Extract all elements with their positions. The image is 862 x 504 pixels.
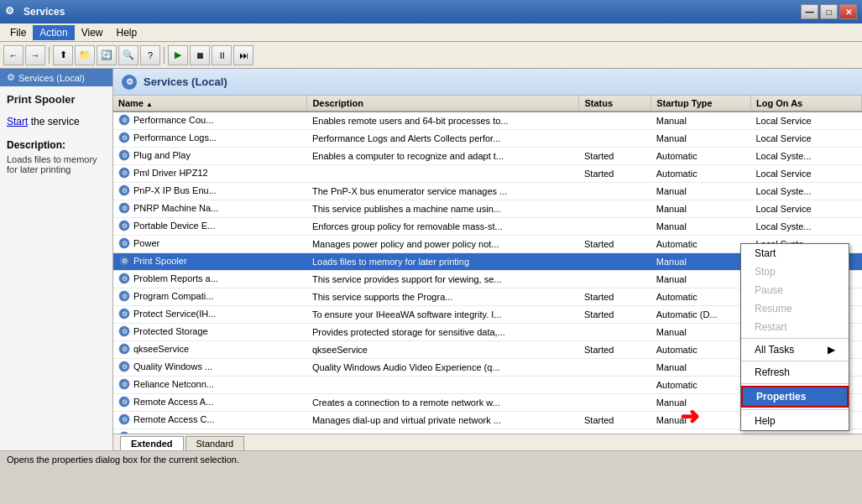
cell-status: Started bbox=[579, 306, 651, 324]
menu-bar: File Action View Help bbox=[0, 23, 862, 42]
submenu-arrow: ▶ bbox=[828, 344, 835, 356]
cell-status bbox=[579, 253, 651, 271]
cell-name: ⚙ Protected Storage bbox=[113, 324, 307, 341]
ctx-label: All Tasks bbox=[755, 344, 794, 356]
cell-name: ⚙ Reliance Netconn... bbox=[113, 377, 307, 394]
cell-name: ⚙ Protect Service(IH... bbox=[113, 306, 307, 324]
status-text: Opens the properties dialog box for the … bbox=[7, 455, 239, 465]
cell-startup: Automatic bbox=[651, 165, 751, 183]
refresh-button[interactable]: 🔄 bbox=[97, 45, 117, 65]
help-button[interactable]: ? bbox=[140, 45, 160, 65]
ctx-label: Stop bbox=[755, 266, 776, 278]
service-icon: ⚙ bbox=[118, 308, 130, 320]
table-row[interactable]: ⚙ Performance Logs... Performance Logs a… bbox=[113, 130, 862, 148]
table-row[interactable]: ⚙ Plug and Play Enables a computer to re… bbox=[113, 148, 862, 165]
table-row[interactable]: ⚙ PNRP Machine Na... This service publis… bbox=[113, 200, 862, 218]
context-menu: StartStopPauseResumeRestartAll Tasks▶Ref… bbox=[740, 243, 849, 431]
maximize-button[interactable]: □ bbox=[820, 4, 838, 19]
table-row[interactable]: ⚙ Performance Cou... Enables remote user… bbox=[113, 112, 862, 130]
svg-text:⚙: ⚙ bbox=[122, 117, 128, 124]
up-button[interactable]: ⬆ bbox=[53, 45, 73, 65]
ctx-item-all-tasks[interactable]: All Tasks▶ bbox=[741, 340, 849, 359]
ctx-separator bbox=[741, 338, 849, 339]
col-startup[interactable]: Startup Type bbox=[651, 96, 751, 112]
cell-status bbox=[579, 377, 651, 394]
cell-logon: Local Syste... bbox=[751, 183, 862, 200]
cell-desc: Loads files to memory for later printing bbox=[307, 253, 579, 271]
col-name[interactable]: Name ▲ bbox=[113, 96, 307, 112]
right-panel-header: ⚙ Services (Local) bbox=[113, 69, 862, 96]
right-panel-title: Services (Local) bbox=[144, 75, 227, 88]
menu-view[interactable]: View bbox=[75, 25, 110, 40]
svg-text:⚙: ⚙ bbox=[122, 257, 128, 265]
cell-name: ⚙ Remote Access A... bbox=[113, 394, 307, 412]
ctx-label: Pause bbox=[755, 284, 783, 296]
ctx-separator bbox=[741, 409, 849, 410]
left-panel-icon: ⚙ bbox=[7, 72, 15, 83]
cell-name: ⚙ Performance Cou... bbox=[113, 112, 307, 130]
service-icon: ⚙ bbox=[118, 132, 130, 143]
svg-text:⚙: ⚙ bbox=[122, 310, 128, 318]
back-button[interactable]: ← bbox=[3, 45, 24, 65]
left-panel: ⚙ Services (Local) Print Spooler Start t… bbox=[0, 69, 113, 450]
cell-logon: Local Syste... bbox=[751, 148, 862, 165]
cell-desc: This service supports the Progra... bbox=[307, 288, 579, 306]
cell-desc: Provides protected storage for sensitive… bbox=[307, 324, 579, 341]
cell-status bbox=[579, 271, 651, 288]
pause-button[interactable]: ⏸ bbox=[212, 45, 232, 65]
ctx-label: Properties bbox=[756, 391, 806, 403]
cell-logon: Local Service bbox=[751, 130, 862, 148]
cell-name: ⚙ Pml Driver HPZ12 bbox=[113, 165, 307, 183]
find-button[interactable]: 🔍 bbox=[118, 45, 138, 65]
cell-logon: Local Service bbox=[751, 165, 862, 183]
cell-desc: This service provides support for viewin… bbox=[307, 271, 579, 288]
service-icon: ⚙ bbox=[118, 378, 130, 390]
restart-button[interactable]: ⏭ bbox=[233, 45, 253, 65]
cell-startup: Manual bbox=[651, 394, 751, 412]
cell-startup: Manual bbox=[651, 359, 751, 377]
forward-button[interactable]: → bbox=[25, 45, 45, 65]
table-row[interactable]: ⚙ PnP-X IP Bus Enu... The PnP-X bus enum… bbox=[113, 183, 862, 200]
col-desc[interactable]: Description bbox=[307, 96, 579, 112]
window-controls: — □ ✕ bbox=[801, 4, 857, 19]
col-status[interactable]: Status bbox=[579, 96, 651, 112]
start-service-link[interactable]: Start bbox=[7, 116, 28, 127]
ctx-item-restart: Restart bbox=[741, 318, 849, 336]
tab-standard[interactable]: Standard bbox=[185, 436, 245, 450]
cell-startup: Manual bbox=[651, 271, 751, 288]
svg-text:⚙: ⚙ bbox=[122, 134, 128, 142]
cell-status bbox=[579, 112, 651, 130]
service-icon: ⚙ bbox=[118, 202, 130, 214]
cell-name: ⚙ qkseeService bbox=[113, 341, 307, 359]
cell-status bbox=[579, 183, 651, 200]
menu-action[interactable]: Action bbox=[33, 25, 74, 40]
ctx-item-properties[interactable]: Properties bbox=[741, 386, 849, 408]
minimize-button[interactable]: — bbox=[801, 4, 818, 19]
service-icon: ⚙ bbox=[118, 114, 130, 126]
tab-extended[interactable]: Extended bbox=[120, 436, 184, 450]
cell-desc: Performance Logs and Alerts Collects per… bbox=[307, 130, 579, 148]
menu-help[interactable]: Help bbox=[110, 25, 144, 40]
cell-status bbox=[579, 200, 651, 218]
ctx-item-help[interactable]: Help bbox=[741, 412, 849, 430]
table-row[interactable]: ⚙ Portable Device E... Enforces group po… bbox=[113, 218, 862, 236]
play-button[interactable]: ▶ bbox=[168, 45, 188, 65]
ctx-item-refresh[interactable]: Refresh bbox=[741, 363, 849, 382]
menu-file[interactable]: File bbox=[3, 25, 33, 40]
cell-name: ⚙ Problem Reports a... bbox=[113, 271, 307, 288]
svg-text:⚙: ⚙ bbox=[122, 187, 128, 195]
table-row[interactable]: ⚙ Pml Driver HPZ12 Started Automatic Loc… bbox=[113, 165, 862, 183]
ctx-separator bbox=[741, 383, 849, 384]
folder-button[interactable]: 📁 bbox=[75, 45, 95, 65]
title-bar: ⚙ Services — □ ✕ bbox=[0, 0, 862, 23]
cell-status bbox=[579, 324, 651, 341]
app-icon: ⚙ bbox=[5, 5, 18, 18]
close-button[interactable]: ✕ bbox=[839, 4, 857, 19]
ctx-label: Restart bbox=[755, 321, 787, 333]
stop-button[interactable]: ⏹ bbox=[190, 45, 210, 65]
cell-startup: Automatic (D... bbox=[651, 306, 751, 324]
ctx-item-start[interactable]: Start bbox=[741, 244, 849, 262]
sep2 bbox=[164, 47, 165, 64]
col-logon[interactable]: Log On As bbox=[751, 96, 862, 112]
cell-startup: Automatic bbox=[651, 288, 751, 306]
